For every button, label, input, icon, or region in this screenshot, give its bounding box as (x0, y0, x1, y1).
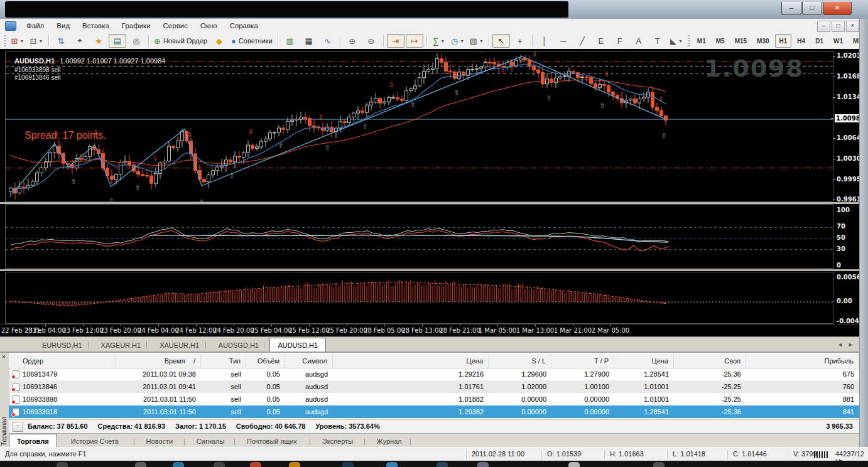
zoom-out-button[interactable]: ⊖ (362, 34, 380, 48)
text-button[interactable]: A (630, 34, 648, 48)
order-row-106933898[interactable]: 1069338982011.03.01 11:50sell0.05audusd1… (9, 393, 859, 405)
candlestick-chart-button[interactable]: ▦ (300, 34, 318, 48)
timeframe-m5-button[interactable]: M5 (712, 34, 729, 48)
equidistant-channel-button[interactable]: E (592, 34, 610, 48)
trendline-button[interactable]: ╱ (573, 34, 591, 48)
column-header-7[interactable]: T / P (551, 354, 614, 368)
time-axis[interactable]: 22 Feb 201123 Feb 04:0023 Feb 12:0023 Fe… (0, 324, 859, 337)
summary-expand-icon[interactable]: ↑ (13, 422, 23, 432)
taskbar-app-icon[interactable] (477, 462, 489, 467)
mdi-minimize-button[interactable]: – (817, 21, 830, 32)
templates-button[interactable]: ▧▼ (468, 34, 486, 48)
column-header-0[interactable]: Ордер (9, 354, 116, 368)
order-row-106913479[interactable]: 1069134792011.03.01 09:38sell0.05audsgd1… (9, 368, 859, 380)
title-bar[interactable]: –□× (0, 0, 868, 19)
timeframe-d1-button[interactable]: D1 (811, 34, 828, 48)
metaeditor-button[interactable]: ◆ (210, 34, 228, 48)
menu-4[interactable]: Сервис (157, 19, 194, 33)
chart-tab-xaueur[interactable]: XAUEUR,H1 (152, 339, 207, 352)
column-header-9[interactable]: Своп (674, 354, 746, 368)
mdi-close-button[interactable]: × (846, 21, 859, 32)
chart-shift-button[interactable]: ↦ (406, 34, 423, 48)
taskbar-app-icon[interactable] (173, 462, 184, 467)
terminal-tab-2[interactable]: Новости (139, 435, 181, 448)
terminal-tab-6[interactable]: Журнал (369, 435, 410, 448)
column-header-6[interactable]: S / L (489, 354, 551, 368)
indicators-button[interactable]: ∑▼ (430, 34, 448, 48)
timeframe-h4-button[interactable]: H4 (793, 34, 810, 48)
terminal-tab-3[interactable]: Сигналы (189, 435, 232, 448)
auto-scroll-button[interactable]: ⇥ (387, 34, 404, 48)
column-header-2[interactable]: Тип (201, 354, 246, 368)
indicator1-panel[interactable] (5, 204, 833, 269)
column-header-5[interactable]: Цена (333, 354, 489, 368)
menu-5[interactable]: Окно (194, 19, 224, 33)
window-right-border[interactable] (859, 19, 868, 447)
order-row-106913846[interactable]: 1069138462011.03.01 09:41sell0.05audusd1… (9, 380, 859, 393)
profiles-button[interactable]: ⊟▼ (28, 34, 45, 48)
strategy-tester-button[interactable]: ◎ (127, 34, 145, 48)
order-row-106933918[interactable]: 1069339182011.03.01 11:50sell0.05audsgd1… (9, 405, 859, 418)
panel-separator[interactable] (0, 269, 859, 271)
cursor-button[interactable]: ↖ (492, 34, 510, 48)
tabs-scroll-left-button[interactable]: ◄ (835, 340, 845, 350)
vertical-line-button[interactable]: │ (536, 34, 553, 48)
tabs-scroll-right-button[interactable]: ► (846, 340, 855, 350)
terminal-close-icon[interactable]: × (2, 354, 6, 360)
taskbar-app-icon[interactable] (57, 462, 68, 467)
horizontal-line-button[interactable]: ─ (555, 34, 572, 48)
periods-button[interactable]: ◷▼ (449, 34, 467, 48)
taskbar-app-icon[interactable] (135, 462, 146, 467)
chart-tab-audsgd[interactable]: AUDSGD,H1 (211, 339, 266, 352)
menu-1[interactable]: Вид (50, 19, 76, 33)
column-header-8[interactable]: Цена (614, 354, 674, 368)
arrows-button[interactable]: ◣▼ (668, 34, 685, 48)
terminal-tab-5[interactable]: Эксперты (315, 435, 361, 448)
text-label-button[interactable]: T (649, 34, 666, 48)
taskbar-app-icon[interactable] (437, 462, 448, 467)
os-taskbar-sliver[interactable] (0, 461, 868, 467)
timeframe-w1-button[interactable]: W1 (829, 34, 847, 48)
menu-2[interactable]: Вставка (76, 19, 116, 33)
taskbar-app-icon[interactable] (214, 462, 225, 467)
chart-tab-eurusd[interactable]: EURUSD,H1 (35, 339, 90, 352)
chart-tab-xageur[interactable]: XAGEUR,H1 (94, 339, 149, 352)
timeframe-m1-button[interactable]: M1 (693, 34, 710, 48)
terminal-tab-1[interactable]: История Счета (63, 435, 126, 448)
mdi-restore-button[interactable]: □ (832, 21, 845, 32)
expert-advisors-button[interactable]: ●Советники (229, 34, 274, 48)
data-window-button[interactable]: ⌖ (71, 34, 89, 48)
terminal-toggle-button[interactable]: ▤ (109, 34, 126, 48)
taskbar-app-icon[interactable] (289, 462, 300, 467)
navigator-button[interactable]: ★ (90, 34, 107, 48)
column-header-1[interactable]: Время / (116, 354, 201, 368)
timeframe-h1-button[interactable]: H1 (775, 34, 792, 48)
main-price-chart[interactable]: ⇩⇩⇩⇩⇩⇩⇩⇩⇩⇩⇩⇩⇧⇧⇧⇧⇧⇧⇧⇧⇧⇧⇧⇧⇧ AUDUSD,H11.009… (5, 51, 833, 202)
taskbar-app-icon[interactable] (342, 462, 354, 467)
indicator2-panel[interactable] (5, 272, 833, 324)
taskbar-app-icon[interactable] (568, 462, 580, 467)
minimize-button[interactable]: – (781, 2, 801, 15)
column-header-4[interactable]: Символ (285, 354, 333, 368)
menu-6[interactable]: Справка (224, 19, 264, 33)
column-header-3[interactable]: Объём (246, 354, 285, 368)
close-button[interactable]: × (823, 2, 852, 15)
market-watch-button[interactable]: ⇅ (52, 34, 70, 48)
restore-button[interactable]: □ (802, 2, 822, 15)
chart-tab-audusd[interactable]: AUDUSD,H1 (269, 338, 326, 353)
new-order-button[interactable]: ⊕Новый Ордер (152, 34, 209, 48)
line-chart-button[interactable]: ∿ (319, 34, 337, 48)
timeframe-m30-button[interactable]: M30 (752, 34, 773, 48)
taskbar-app-icon[interactable] (386, 462, 398, 467)
taskbar-app-icon[interactable] (653, 462, 665, 467)
new-chart-button[interactable]: ⊞▼ (9, 34, 26, 48)
fibonacci-button[interactable]: F (611, 34, 629, 48)
column-header-10[interactable]: Прибыль (746, 354, 859, 368)
timeframe-m15-button[interactable]: M15 (730, 34, 751, 48)
zoom-in-button[interactable]: ⊕ (344, 34, 361, 48)
terminal-tab-4[interactable]: Почтовый ящик (239, 435, 304, 448)
menu-3[interactable]: Графики (116, 19, 157, 33)
menu-0[interactable]: Файл (20, 19, 50, 33)
bar-chart-button[interactable]: ▥ (281, 34, 299, 48)
crosshair-button[interactable]: + (511, 34, 529, 48)
